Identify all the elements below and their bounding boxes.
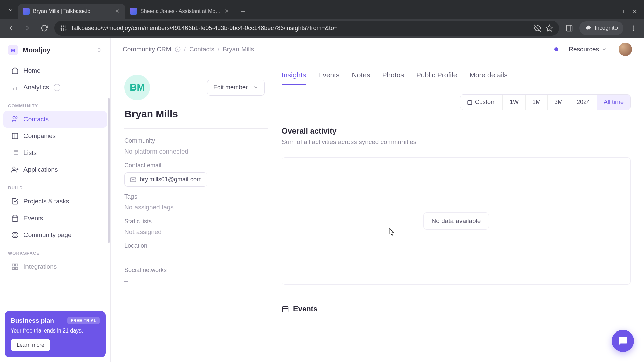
sidebar-item-contacts[interactable]: Contacts [3, 111, 107, 128]
close-window-button[interactable]: ✕ [632, 8, 637, 15]
new-tab-button[interactable] [237, 5, 249, 17]
close-icon[interactable] [115, 8, 121, 14]
promo-subtitle: Your free trial ends in 21 days. [11, 328, 100, 334]
sidebar-item-label: Projects & tasks [23, 198, 69, 205]
member-avatar: BM [124, 75, 150, 100]
resources-menu[interactable]: Resources [569, 46, 607, 53]
maximize-button[interactable]: □ [620, 8, 624, 15]
chevron-down-icon [602, 47, 607, 52]
svg-rect-45 [16, 267, 18, 269]
activity-subtitle: Sum of all activities across synced comm… [282, 138, 631, 146]
reload-button[interactable] [38, 21, 51, 35]
svg-point-19 [633, 26, 634, 27]
projects-icon [11, 198, 19, 205]
chat-icon [618, 336, 628, 346]
sidebar-item-label: Integrations [23, 263, 57, 270]
applications-icon [11, 166, 19, 173]
svg-point-25 [13, 117, 15, 119]
field-value-social: – [124, 277, 268, 285]
svg-rect-55 [283, 307, 288, 312]
favicon-icon [23, 8, 30, 15]
side-panel-button[interactable] [562, 21, 576, 35]
sidebar-item-label: Home [23, 67, 41, 74]
address-bar[interactable]: talkbase.io/w/moodjoy/crm/members/491466… [54, 21, 559, 36]
learn-more-button[interactable]: Learn more [11, 339, 50, 351]
community-page-icon [11, 231, 19, 239]
svg-rect-17 [567, 25, 572, 31]
chat-fab[interactable] [612, 330, 634, 352]
breadcrumb: Community CRM / Contacts / Bryan Mills [123, 46, 254, 53]
sidebar-scrollbar[interactable] [107, 98, 110, 362]
range-1m[interactable]: 1M [525, 95, 547, 110]
tab-insights[interactable]: Insights [282, 71, 306, 85]
sidebar-item-applications[interactable]: Applications [3, 161, 107, 178]
sidebar-item-projects[interactable]: Projects & tasks [3, 193, 107, 210]
sidebar-item-community-page[interactable]: Community page [3, 227, 107, 243]
browser-tab[interactable]: Sheena Jones · Assistant at Mo… [125, 4, 235, 19]
tab-photos[interactable]: Photos [382, 71, 404, 85]
sidebar: M Moodjoy Home Analytics i COMMUNITY Con… [0, 38, 111, 362]
sidebar-item-companies[interactable]: Companies [3, 128, 107, 144]
range-all-time[interactable]: All time [597, 95, 630, 110]
insights-panel: Insights Events Notes Photos Public Prof… [268, 61, 644, 362]
range-custom[interactable]: Custom [460, 95, 502, 110]
divider [124, 128, 268, 129]
breadcrumb-root[interactable]: Community CRM [123, 46, 171, 53]
back-button[interactable] [4, 21, 17, 35]
breadcrumb-sep: / [184, 46, 186, 53]
sidebar-item-label: Events [23, 215, 43, 222]
companies-icon [11, 132, 19, 140]
eye-off-icon[interactable] [534, 24, 541, 32]
browser-menu-button[interactable] [627, 21, 640, 35]
workspace-name: Moodjoy [23, 46, 92, 54]
field-value-community: No platform connected [124, 148, 268, 155]
sidebar-item-analytics[interactable]: Analytics i [3, 79, 107, 96]
sidebar-item-label: Contacts [23, 116, 49, 123]
browser-toolbar: talkbase.io/w/moodjoy/crm/members/491466… [0, 19, 644, 38]
range-3m[interactable]: 3M [547, 95, 570, 110]
minimize-button[interactable]: ― [605, 8, 611, 15]
email-pill[interactable]: bry.mills01@gmail.com [124, 172, 207, 187]
promo-title: Business plan [11, 317, 54, 324]
sidebar-item-events[interactable]: Events [3, 210, 107, 227]
events-icon [11, 215, 19, 222]
forward-button[interactable] [21, 21, 34, 35]
sidebar-section-build: BUILD [0, 178, 110, 193]
field-label-location: Location [124, 242, 268, 249]
subtabs: Insights Events Notes Photos Public Prof… [282, 71, 631, 85]
range-label: Custom [475, 99, 496, 106]
workspace-switcher[interactable]: M Moodjoy [0, 38, 110, 62]
events-section-heading: Events [282, 305, 631, 313]
sidebar-item-lists[interactable]: Lists [3, 144, 107, 161]
promo-card: Business plan FREE TRIAL Your free trial… [5, 311, 106, 357]
member-panel: BM Edit member Bryan Mills Community No … [111, 61, 268, 362]
tab-public-profile[interactable]: Public Profile [416, 71, 458, 85]
edit-member-button[interactable]: Edit member [207, 80, 265, 96]
tab-more-details[interactable]: More details [469, 71, 507, 85]
range-2024[interactable]: 2024 [570, 95, 597, 110]
sidebar-item-home[interactable]: Home [3, 62, 107, 79]
avatar[interactable] [619, 43, 632, 56]
activity-empty-message: No data available [423, 212, 489, 230]
browser-tab-active[interactable]: Bryan Mills | Talkbase.io [18, 4, 125, 19]
field-label-community: Community [124, 137, 268, 144]
tab-search-button[interactable] [3, 3, 18, 17]
favicon-icon [130, 8, 137, 15]
tab-notes[interactable]: Notes [352, 71, 370, 85]
breadcrumb-mid[interactable]: Contacts [189, 46, 214, 53]
info-icon[interactable] [175, 46, 181, 52]
field-label-lists: Static lists [124, 218, 268, 225]
tab-events[interactable]: Events [318, 71, 339, 85]
integrations-icon [11, 263, 19, 270]
svg-rect-51 [468, 100, 472, 104]
site-settings-icon[interactable] [60, 25, 67, 32]
range-1w[interactable]: 1W [502, 95, 525, 110]
window-controls: ― □ ✕ [605, 8, 637, 15]
breadcrumb-sep: / [218, 46, 219, 53]
incognito-indicator[interactable]: Incognito [579, 21, 623, 35]
workspace-badge: M [8, 45, 18, 55]
field-value-location: – [124, 253, 268, 260]
sidebar-item-integrations[interactable]: Integrations [3, 258, 107, 275]
bookmark-star-icon[interactable] [546, 24, 553, 32]
close-icon[interactable] [224, 8, 230, 14]
